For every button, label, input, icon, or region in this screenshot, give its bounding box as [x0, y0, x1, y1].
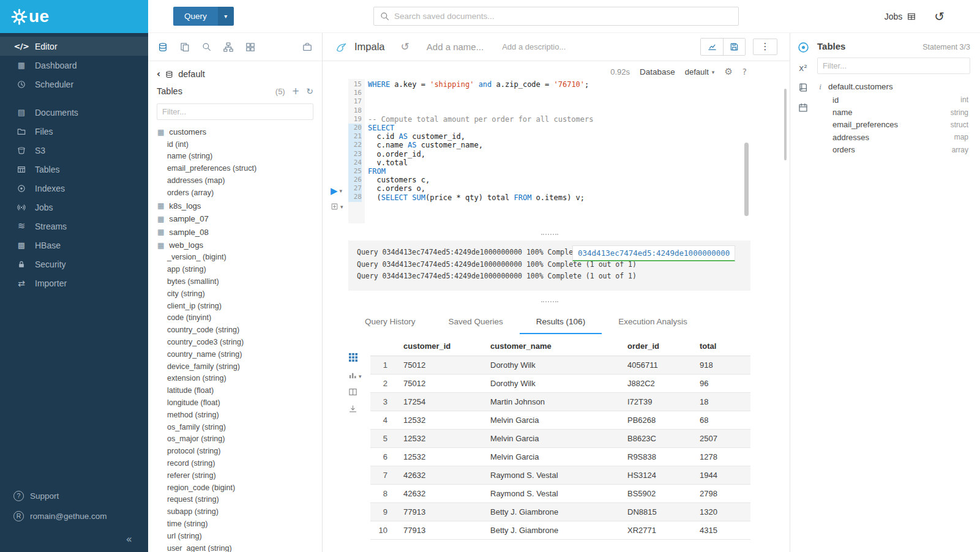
settings-button[interactable]: ⚙	[724, 67, 732, 76]
new-query-button[interactable]: Query ▾	[173, 7, 234, 26]
refresh-tables-button[interactable]: ↻	[306, 87, 313, 95]
result-row[interactable]: 275012Dorothy WilkJ882C296	[370, 374, 750, 392]
column-header-total[interactable]: total	[694, 337, 750, 356]
nav-item-files[interactable]: Files	[0, 122, 148, 141]
column-entry[interactable]: id (int)	[148, 139, 322, 151]
query-id-link[interactable]: 034d413ec7474ed5:4249de1000000000	[578, 248, 730, 258]
nav-item-importer[interactable]: ⇄Importer	[0, 274, 148, 293]
table-entry[interactable]: ▦web_logs	[148, 239, 322, 252]
column-entry[interactable]: latitude (float)	[148, 385, 322, 397]
column-entry[interactable]: time (string)	[148, 518, 322, 531]
chart-button[interactable]	[701, 39, 723, 55]
nav-item-editor[interactable]: </>Editor	[0, 37, 148, 56]
result-row[interactable]: 1077913Betty J. GiambroneXR27714315	[370, 521, 750, 539]
column-entry[interactable]: _version_ (bigint)	[148, 252, 322, 264]
column-entry[interactable]: extension (string)	[148, 373, 322, 385]
table-entry[interactable]: ▦k8s_logs	[148, 199, 322, 212]
column-entry[interactable]: referer (string)	[148, 470, 322, 482]
editor-scrollbar[interactable]	[744, 143, 749, 216]
nav-item-jobs[interactable]: Jobs	[0, 198, 148, 217]
column-entry[interactable]: code (tinyint)	[148, 312, 322, 324]
query-name-input[interactable]: Add a name...	[427, 42, 484, 52]
language-reference-icon[interactable]	[798, 83, 808, 92]
column-header-order-id[interactable]: order_id	[621, 337, 694, 356]
history-button[interactable]: ↺	[934, 10, 944, 23]
column-header-customer-id[interactable]: customer_id	[397, 337, 484, 356]
user-account[interactable]: R romain@gethue.com	[0, 506, 148, 526]
code-editor[interactable]: ▶ ▾ ▾ 1516171819202122232425262728 WHERE…	[323, 79, 750, 223]
editor-context-icon[interactable]	[798, 42, 809, 53]
column-entry[interactable]: country_name (string)	[148, 349, 322, 361]
column-entry[interactable]: subapp (string)	[148, 506, 322, 518]
nav-item-security[interactable]: Security	[0, 255, 148, 274]
column-entry[interactable]: namestring	[817, 106, 970, 118]
resize-handle-top[interactable]	[348, 232, 750, 237]
result-row[interactable]: 742632Raymond S. VestalHS31241944	[370, 466, 750, 484]
result-row[interactable]: 612532Melvin GarciaR9S8381278	[370, 447, 750, 466]
apps-source-icon[interactable]	[245, 42, 255, 52]
column-entry[interactable]: ordersarray	[817, 144, 970, 156]
nav-item-scheduler[interactable]: Scheduler	[0, 75, 148, 94]
column-entry[interactable]: os_major (string)	[148, 433, 322, 446]
tab-query-history[interactable]: Query History	[348, 311, 432, 334]
collections-bag-icon[interactable]	[302, 42, 312, 52]
tab-saved-queries[interactable]: Saved Queries	[432, 311, 520, 334]
column-entry[interactable]: app (string)	[148, 264, 322, 276]
database-name[interactable]: default	[178, 69, 205, 79]
column-entry[interactable]: city (string)	[148, 288, 322, 300]
column-entry[interactable]: request (string)	[148, 494, 322, 506]
column-entry[interactable]: device_family (string)	[148, 361, 322, 373]
column-header-customer-name[interactable]: customer_name	[484, 337, 621, 356]
database-breadcrumb[interactable]: ‹ default	[148, 61, 322, 80]
column-entry[interactable]: country_code (string)	[148, 324, 322, 337]
column-entry[interactable]: idint	[817, 94, 970, 106]
hue-logo[interactable]: ue	[0, 0, 148, 33]
back-chevron-icon[interactable]: ‹	[157, 69, 160, 79]
column-entry[interactable]: user_agent (string)	[148, 543, 322, 552]
table-entry[interactable]: ▦customers	[148, 125, 322, 139]
schedule-icon[interactable]	[798, 103, 808, 113]
column-entry[interactable]: os_family (string)	[148, 422, 322, 434]
column-entry[interactable]: url (string)	[148, 531, 322, 543]
query-button-label[interactable]: Query	[173, 7, 218, 26]
hdfs-source-icon[interactable]	[223, 42, 233, 52]
result-row[interactable]: 842632Raymond S. VestalBS59022798	[370, 484, 750, 502]
column-entry[interactable]: bytes (smallint)	[148, 276, 322, 288]
database-dropdown[interactable]: default ▾	[685, 67, 715, 76]
nav-item-documents[interactable]: ▤Documents	[0, 103, 148, 122]
table-entry[interactable]: ▦sample_08	[148, 225, 322, 239]
column-entry[interactable]: email_preferencesstruct	[817, 119, 970, 131]
result-row[interactable]: 412532Melvin GarciaPB626868	[370, 411, 750, 429]
sidebar-collapse-button[interactable]: «	[0, 526, 148, 547]
functions-icon[interactable]: x²	[799, 64, 807, 72]
result-row[interactable]: 175012Dorothy Wilk4056711918	[370, 356, 750, 374]
more-actions-button[interactable]: ⋮	[753, 39, 777, 55]
column-entry[interactable]: orders (array)	[148, 187, 322, 200]
table-entry[interactable]: ▦sample_07	[148, 212, 322, 226]
solr-search-icon[interactable]	[202, 42, 211, 51]
column-entry[interactable]: protocol (string)	[148, 446, 322, 458]
query-history-button[interactable]: ↺	[401, 42, 410, 52]
documents-source-icon[interactable]	[180, 42, 190, 52]
column-entry[interactable]: email_preferences (struct)	[148, 163, 322, 175]
right-filter-input[interactable]	[817, 58, 970, 74]
result-row[interactable]: 977913Betty J. GiambroneDN88151320	[370, 502, 750, 521]
sql-source-icon[interactable]	[158, 42, 168, 52]
support-link[interactable]: ? Support	[0, 486, 148, 506]
column-entry[interactable]: method (string)	[148, 409, 322, 422]
jobs-link[interactable]: Jobs	[885, 12, 916, 21]
resize-handle-bottom[interactable]	[348, 299, 750, 304]
nav-item-dashboard[interactable]: ▦Dashboard	[0, 56, 148, 75]
active-table-entry[interactable]: i default.customers	[817, 80, 970, 94]
page-scrollbar[interactable]	[784, 89, 787, 160]
search-input[interactable]	[394, 12, 732, 21]
nav-item-streams[interactable]: ≋Streams	[0, 217, 148, 236]
column-entry[interactable]: longitude (float)	[148, 397, 322, 409]
download-button[interactable]	[348, 405, 357, 414]
chart-view-button[interactable]: ▾	[348, 370, 362, 379]
save-button[interactable]	[723, 39, 745, 55]
grid-view-button[interactable]	[348, 352, 358, 362]
nav-item-hbase[interactable]: ▩HBase	[0, 236, 148, 255]
column-entry[interactable]: addressesmap	[817, 131, 970, 143]
column-entry[interactable]: region_code (bigint)	[148, 482, 322, 494]
